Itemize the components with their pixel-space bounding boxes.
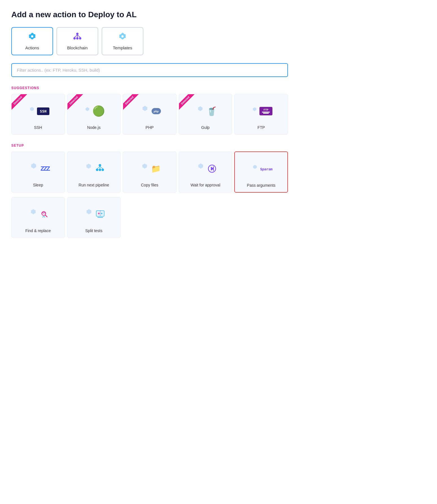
gulp-label: Gulp [201, 125, 210, 130]
svg-line-13 [100, 166, 103, 169]
suggestions-label: SUGGESTIONS [11, 86, 288, 90]
sleep-inner-icon: ZZZ [40, 161, 49, 176]
svg-point-8 [96, 169, 98, 171]
action-card-wait-for-approval[interactable]: Wait for approval [179, 151, 232, 193]
ftp-gear-wrapper: FTP [250, 100, 272, 122]
action-card-ftp[interactable]: FTP FTP [234, 94, 288, 135]
svg-point-0 [76, 33, 78, 35]
svg-point-19 [43, 213, 44, 214]
svg-point-2 [79, 37, 81, 39]
tabs-container: Actions Blockchain Templates [11, 27, 288, 55]
action-card-run-next-pipeline[interactable]: Run next pipeline [67, 151, 121, 193]
detected-badge-ssh [12, 94, 31, 113]
action-card-sleep[interactable]: ZZZ Sleep [11, 151, 65, 193]
search-container [11, 63, 288, 77]
svg-point-22 [98, 213, 100, 214]
action-card-find-replace[interactable]: Find & replace [11, 197, 65, 238]
svg-point-1 [73, 37, 76, 39]
action-card-copy-files[interactable]: 📁 Copy files [123, 151, 176, 193]
page-title: Add a new action to Deploy to AL [11, 10, 288, 19]
passargs-label: Pass arguments [247, 183, 276, 188]
copyfiles-gear-wrapper: 📁 [138, 157, 161, 180]
detected-badge-php [123, 94, 142, 113]
waitapproval-label: Wait for approval [191, 183, 220, 187]
filter-actions-input[interactable] [11, 63, 288, 77]
ssh-inner-icon: SSH [37, 104, 49, 118]
passargs-inner-icon: $param [260, 162, 272, 176]
ssh-label: SSH [34, 125, 42, 130]
tab-blockchain[interactable]: Blockchain [56, 27, 98, 55]
templates-tab-icon [118, 32, 127, 43]
tab-actions-label: Actions [25, 45, 39, 50]
gulp-inner-icon: 🥤 [206, 104, 217, 118]
action-card-php[interactable]: php PHP [123, 94, 176, 135]
svg-point-3 [76, 37, 78, 39]
php-label: PHP [146, 125, 154, 130]
findreplace-label: Find & replace [25, 228, 51, 233]
svg-line-11 [97, 166, 100, 169]
pipeline-inner-icon [95, 161, 105, 176]
sleep-label: Sleep [33, 183, 43, 187]
svg-line-18 [45, 215, 47, 217]
svg-point-23 [101, 213, 102, 214]
sleep-gear-wrapper: ZZZ [27, 157, 49, 180]
ftp-label: FTP [257, 125, 265, 130]
action-card-pass-arguments[interactable]: $param Pass arguments [234, 151, 288, 193]
svg-line-5 [77, 35, 80, 37]
findreplace-inner-icon [40, 207, 49, 222]
tab-templates[interactable]: Templates [102, 27, 143, 55]
action-card-split-tests[interactable]: Split tests [67, 197, 121, 238]
setup-section: SETUP ZZZ Sleep [11, 144, 288, 238]
svg-point-9 [99, 169, 101, 171]
ftp-inner-icon: FTP [259, 104, 272, 118]
waitapproval-inner-icon [207, 161, 217, 176]
svg-line-4 [75, 35, 77, 37]
action-card-nodejs[interactable]: 🟢 Node.js [67, 94, 121, 135]
pipeline-label: Run next pipeline [78, 183, 109, 187]
action-card-ssh[interactable]: SSH SSH [11, 94, 65, 135]
setup-label: SETUP [11, 144, 288, 148]
actions-tab-icon [28, 32, 37, 43]
tab-blockchain-label: Blockchain [67, 45, 88, 50]
tab-actions[interactable]: Actions [11, 27, 53, 55]
waitapproval-gear-wrapper [194, 157, 217, 180]
splittests-inner-icon [95, 207, 105, 222]
nodejs-inner-icon: 🟢 [92, 104, 105, 118]
suggestions-section: SUGGESTIONS SSH SSH 🟢 [11, 86, 288, 135]
findreplace-gear-wrapper [27, 203, 49, 226]
suggestions-grid: SSH SSH 🟢 Node.js [11, 94, 288, 135]
detected-badge-nodejs [67, 94, 87, 113]
svg-point-10 [102, 169, 104, 171]
nodejs-label: Node.js [87, 125, 100, 130]
detected-badge-gulp [179, 94, 198, 113]
copyfiles-inner-icon: 📁 [151, 161, 161, 176]
action-card-gulp[interactable]: 🥤 Gulp [179, 94, 232, 135]
passargs-gear-wrapper: $param [250, 158, 272, 180]
splittests-gear-wrapper [82, 203, 105, 226]
setup-grid-row2: Find & replace Split tests [11, 197, 288, 238]
copyfiles-label: Copy files [141, 183, 158, 187]
pipeline-gear-wrapper [82, 157, 105, 180]
svg-point-7 [99, 164, 101, 166]
splittests-label: Split tests [85, 228, 102, 233]
php-inner-icon: php [152, 104, 161, 118]
tab-templates-label: Templates [113, 45, 132, 50]
blockchain-tab-icon [73, 32, 82, 43]
setup-grid-row1: ZZZ Sleep [11, 151, 288, 193]
